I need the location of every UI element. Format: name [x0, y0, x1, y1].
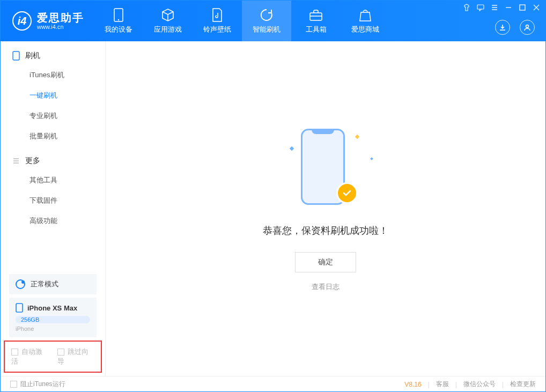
svg-rect-6 — [13, 51, 19, 60]
logo-icon: i4 — [12, 11, 32, 31]
footer-link-wechat[interactable]: 微信公众号 — [463, 380, 496, 389]
sidebar-item-other-tools[interactable]: 其他工具 — [1, 170, 105, 190]
maximize-button[interactable] — [519, 4, 526, 11]
main-content: 恭喜您，保资料刷机成功啦！ 确定 查看日志 — [106, 41, 545, 376]
device-mode[interactable]: 正常模式 — [9, 274, 97, 294]
section-title: 更多 — [25, 156, 40, 166]
device-name: iPhone XS Max — [27, 304, 77, 312]
skip-guide-checkbox[interactable]: 跳过向导 — [57, 347, 95, 366]
device-info[interactable]: iPhone XS Max 256GB iPhone — [9, 298, 97, 337]
ok-button[interactable]: 确定 — [295, 252, 356, 272]
success-message: 恭喜您，保资料刷机成功啦！ — [263, 224, 388, 237]
refresh-shield-icon — [260, 8, 274, 22]
user-button[interactable] — [520, 20, 535, 35]
sidebar-item-oneclick-flash[interactable]: 一键刷机 — [1, 85, 105, 106]
phone-icon — [12, 51, 20, 61]
tab-flash[interactable]: 智能刷机 — [242, 1, 291, 41]
logo: i4 爱思助手 www.i4.cn — [1, 11, 94, 31]
flash-options-highlight: 自动激活 跳过向导 — [4, 341, 102, 373]
music-file-icon — [210, 8, 224, 22]
device-icon — [112, 8, 126, 22]
svg-rect-7 — [16, 304, 23, 312]
tab-label: 铃声壁纸 — [203, 25, 231, 34]
tab-label: 我的设备 — [105, 25, 132, 34]
feedback-icon[interactable] — [477, 4, 484, 11]
app-header: i4 爱思助手 www.i4.cn 我的设备 应用游戏 铃声壁纸 — [1, 1, 545, 41]
footer-link-update[interactable]: 检查更新 — [510, 380, 536, 389]
tab-label: 应用游戏 — [154, 25, 182, 34]
svg-point-3 — [526, 25, 529, 28]
sidebar: 刷机 iTunes刷机 一键刷机 专业刷机 批量刷机 更多 其他工具 下载固件 … — [1, 41, 106, 376]
app-subtitle: www.i4.cn — [37, 24, 84, 30]
svg-rect-2 — [310, 13, 322, 20]
close-button[interactable] — [533, 4, 540, 11]
bag-icon — [358, 8, 372, 22]
header-actions — [495, 20, 535, 35]
footer: 阻止iTunes运行 V8.16 | 客服 | 微信公众号 | 检查更新 — [1, 376, 545, 392]
sidebar-item-advanced[interactable]: 高级功能 — [1, 211, 105, 231]
auto-activate-checkbox[interactable]: 自动激活 — [11, 347, 49, 366]
app-title: 爱思助手 — [37, 12, 84, 24]
download-button[interactable] — [495, 20, 510, 35]
success-illustration — [293, 125, 358, 211]
svg-point-1 — [118, 19, 119, 20]
tab-label: 工具箱 — [306, 25, 327, 34]
menu-icon[interactable] — [491, 4, 498, 11]
sidebar-item-download-firmware[interactable]: 下载固件 — [1, 190, 105, 211]
device-type: iPhone — [16, 326, 90, 332]
toolbox-icon — [309, 8, 323, 22]
nav-tabs: 我的设备 应用游戏 铃声壁纸 智能刷机 工具箱 — [94, 1, 390, 41]
footer-link-support[interactable]: 客服 — [436, 380, 449, 389]
tab-label: 智能刷机 — [253, 25, 281, 34]
sidebar-item-batch-flash[interactable]: 批量刷机 — [1, 126, 105, 146]
tab-ringtones[interactable]: 铃声壁纸 — [193, 1, 242, 41]
skin-icon[interactable] — [463, 4, 470, 11]
tab-my-device[interactable]: 我的设备 — [94, 1, 143, 41]
sidebar-section-more: 更多 — [1, 146, 105, 170]
check-icon — [336, 182, 358, 204]
window-controls — [463, 4, 540, 11]
tab-store[interactable]: 爱思商城 — [341, 1, 390, 41]
tab-label: 爱思商城 — [351, 25, 379, 34]
sidebar-item-itunes-flash[interactable]: iTunes刷机 — [1, 65, 105, 85]
version-label: V8.16 — [404, 381, 421, 388]
block-itunes-checkbox[interactable]: 阻止iTunes运行 — [10, 380, 65, 389]
svg-rect-5 — [520, 5, 525, 10]
list-icon — [12, 157, 20, 165]
svg-rect-4 — [477, 5, 484, 9]
mode-icon — [16, 279, 25, 289]
phone-icon — [16, 303, 23, 313]
device-storage: 256GB — [16, 316, 90, 323]
minimize-button[interactable] — [505, 4, 512, 11]
section-title: 刷机 — [25, 51, 40, 61]
tab-toolbox[interactable]: 工具箱 — [291, 1, 341, 41]
sidebar-section-flash: 刷机 — [1, 41, 105, 65]
mode-label: 正常模式 — [31, 279, 58, 289]
tab-apps[interactable]: 应用游戏 — [143, 1, 193, 41]
sidebar-item-pro-flash[interactable]: 专业刷机 — [1, 106, 105, 126]
cube-icon — [161, 8, 175, 22]
view-log-link[interactable]: 查看日志 — [312, 282, 340, 292]
